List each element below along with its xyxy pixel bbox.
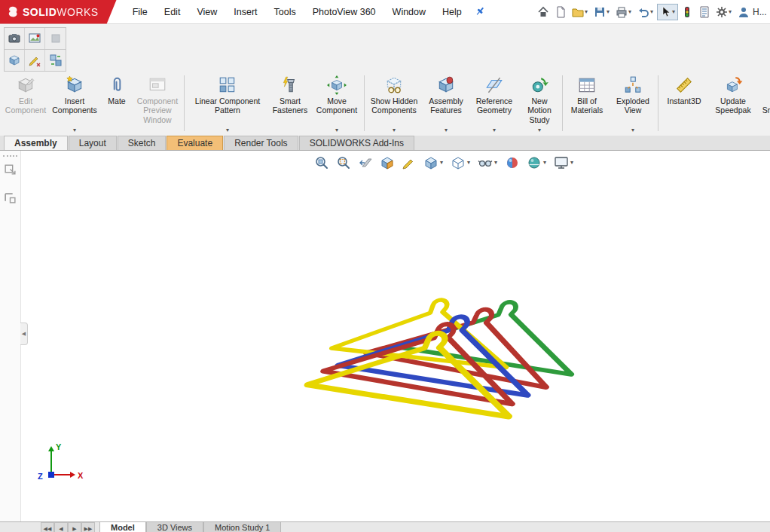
view-settings-caret[interactable]: ▾ <box>570 160 574 166</box>
zoom-to-fit-icon[interactable] <box>313 154 330 171</box>
insert-components-icon <box>65 75 84 96</box>
reference-geometry-button[interactable]: Reference Geometry ▾ <box>470 72 518 135</box>
linear-component-pattern-button[interactable]: Linear Component Pattern ▾ <box>186 72 269 135</box>
move-component-caret[interactable]: ▾ <box>335 127 339 133</box>
select-dropdown-caret[interactable]: ▾ <box>671 9 676 15</box>
new-motion-study-button[interactable]: New Motion Study ▾ <box>518 72 561 135</box>
update-speedpak-button[interactable]: Update Speedpak <box>708 72 758 135</box>
home-button[interactable] <box>535 4 552 20</box>
open-button[interactable]: ▾ <box>570 4 591 20</box>
options-button[interactable]: ▾ <box>713 4 735 20</box>
edit-appearance-icon[interactable] <box>504 154 521 171</box>
tab-assembly[interactable]: Assembly <box>4 136 68 150</box>
collapsed-toolbar-icon-1[interactable] <box>4 163 17 176</box>
rebuild-button[interactable] <box>679 4 695 20</box>
print-button[interactable]: ▾ <box>613 4 634 20</box>
scroll-first-button[interactable]: ◀◀ <box>41 522 54 532</box>
menu-window[interactable]: Window <box>384 3 434 21</box>
dynamic-annotation-views-icon[interactable] <box>401 154 417 171</box>
tab-solidworks-add-ins[interactable]: SOLIDWORKS Add-Ins <box>299 136 414 150</box>
select-button[interactable]: ▾ <box>657 4 678 20</box>
menu-photoview-360[interactable]: PhotoView 360 <box>304 3 384 21</box>
tab-render-tools[interactable]: Render Tools <box>224 136 298 150</box>
pin-menu-icon[interactable] <box>475 6 486 17</box>
menu-tools[interactable]: Tools <box>266 3 304 21</box>
instant3d-button[interactable]: Instant3D <box>660 72 708 135</box>
apply-scene-caret[interactable]: ▾ <box>542 160 547 166</box>
undo-button[interactable]: ▾ <box>635 4 656 20</box>
panel-drag-handle[interactable] <box>3 155 17 157</box>
new-document-button[interactable] <box>552 4 569 20</box>
open-dropdown-caret[interactable]: ▾ <box>584 9 588 15</box>
assembly-features-button[interactable]: Assembly Features ▾ <box>422 72 470 135</box>
login-button[interactable] <box>735 4 752 20</box>
save-button[interactable]: ▾ <box>591 4 613 20</box>
zoom-to-area-icon[interactable] <box>335 154 352 171</box>
x-axis-label: X <box>78 471 84 480</box>
tab-layout[interactable]: Layout <box>69 136 117 150</box>
display-style-caret[interactable]: ▾ <box>466 160 471 166</box>
view-orientation-caret[interactable]: ▾ <box>439 160 444 166</box>
reference-geometry-icon <box>484 75 504 96</box>
graphics-viewport[interactable]: ▾ ▾ ▾ ▾ ▾ <box>21 151 770 521</box>
linear-component-pattern-caret[interactable]: ▾ <box>225 127 230 133</box>
image-capture-icon[interactable] <box>5 28 25 49</box>
display-style-icon[interactable]: ▾ <box>450 154 472 171</box>
hanger-model-group <box>307 277 597 423</box>
menu-view[interactable]: View <box>188 3 225 21</box>
take-snapshot-button[interactable]: Take Snapshot <box>758 72 770 135</box>
undo-dropdown-caret[interactable]: ▾ <box>649 9 654 15</box>
smart-fasteners-button[interactable]: Smart Fasteners <box>269 72 311 135</box>
previous-view-icon[interactable] <box>357 154 374 171</box>
insert-components-caret[interactable]: ▾ <box>72 127 77 133</box>
tab-evaluate[interactable]: Evaluate <box>167 136 223 150</box>
show-hidden-components-button[interactable]: Show Hidden Components ▾ <box>366 72 422 135</box>
file-properties-button[interactable] <box>696 4 713 20</box>
new-motion-study-caret[interactable]: ▾ <box>537 127 542 133</box>
tab-model[interactable]: Model <box>99 522 146 532</box>
3d-view-icon[interactable] <box>5 50 25 71</box>
compare-icon[interactable] <box>45 50 66 71</box>
hanger-assembly-model[interactable] <box>21 151 770 521</box>
scroll-last-button[interactable]: ▶▶ <box>81 522 95 532</box>
tab-scroll-controls: ◀◀ ◀ ▶ ▶▶ <box>41 522 95 532</box>
print-dropdown-caret[interactable]: ▾ <box>628 9 632 15</box>
ribbon-separator <box>184 75 185 131</box>
scroll-prev-button[interactable]: ◀ <box>54 522 68 532</box>
help-truncated-label[interactable]: H... <box>753 7 768 17</box>
panel-collapse-handle[interactable]: ◀ <box>20 323 28 345</box>
tab-motion-study-1[interactable]: Motion Study 1 <box>203 522 281 532</box>
scroll-next-button[interactable]: ▶ <box>68 522 81 532</box>
bill-of-materials-button[interactable]: Bill of Materials <box>564 72 610 135</box>
hide-show-items-caret[interactable]: ▾ <box>493 160 498 166</box>
reference-geometry-caret[interactable]: ▾ <box>492 127 497 133</box>
save-dropdown-caret[interactable]: ▾ <box>606 9 610 15</box>
show-hidden-components-caret[interactable]: ▾ <box>392 127 396 133</box>
menu-help[interactable]: Help <box>434 3 470 21</box>
hide-show-items-icon[interactable]: ▾ <box>477 154 499 171</box>
collapsed-toolbar-icon-2[interactable] <box>4 191 17 204</box>
exploded-view-caret[interactable]: ▾ <box>631 127 635 133</box>
record-video-icon[interactable] <box>25 28 45 49</box>
mate-button[interactable]: Mate <box>101 72 133 135</box>
menu-edit[interactable]: Edit <box>156 3 189 21</box>
markup-icon[interactable] <box>25 50 45 71</box>
menu-insert[interactable]: Insert <box>225 3 265 21</box>
section-view-icon[interactable] <box>379 154 396 171</box>
exploded-view-button[interactable]: Exploded View ▾ <box>610 72 656 135</box>
view-orientation-icon[interactable]: ▾ <box>423 154 445 171</box>
tab-3d-views[interactable]: 3D Views <box>146 522 203 532</box>
menu-file[interactable]: File <box>124 3 156 21</box>
tab-sketch[interactable]: Sketch <box>118 136 167 150</box>
z-axis-label: Z <box>38 472 43 481</box>
menu-bar: File Edit View Insert Tools PhotoView 36… <box>124 3 470 21</box>
move-component-icon <box>327 75 347 96</box>
move-component-button[interactable]: Move Component ▾ <box>311 72 362 135</box>
stop-record-icon[interactable] <box>45 28 66 49</box>
insert-components-button[interactable]: Insert Components ▾ <box>48 72 101 135</box>
apply-scene-icon[interactable]: ▾ <box>526 154 548 171</box>
assembly-features-caret[interactable]: ▾ <box>444 127 448 133</box>
view-settings-icon[interactable]: ▾ <box>553 154 575 171</box>
options-dropdown-caret[interactable]: ▾ <box>728 9 732 15</box>
ribbon-separator <box>364 75 365 131</box>
